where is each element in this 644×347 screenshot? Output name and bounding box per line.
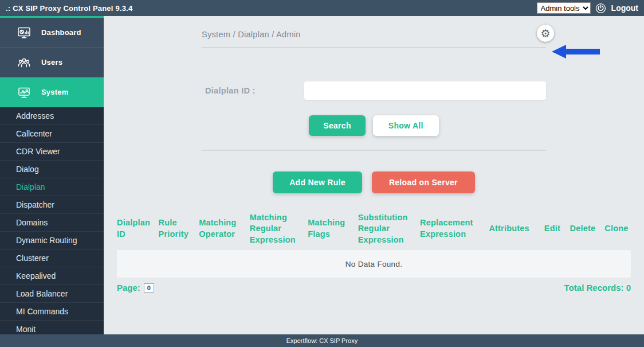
- sidebar-item-domains[interactable]: Domains: [0, 214, 104, 232]
- sidebar-item-load-balancer[interactable]: Load Balancer: [0, 285, 104, 303]
- add-new-rule-button[interactable]: Add New Rule: [273, 171, 362, 193]
- column-header-rule-priority: Rule Priority: [159, 217, 194, 240]
- page-number-button[interactable]: 0: [144, 283, 154, 293]
- gear-icon: ⚙: [540, 28, 550, 39]
- sidebar-item-dashboard[interactable]: Dashboard: [0, 18, 104, 48]
- sidebar-item-callcenter[interactable]: Callcenter: [0, 125, 104, 143]
- sidebar-item-addresses[interactable]: Addresses: [0, 107, 104, 125]
- top-bar: .: CX SIP Proxy Control Panel 9.3.4 Admi…: [0, 0, 644, 16]
- table-header-row: Dialplan ID Rule Priority Matching Opera…: [117, 211, 631, 247]
- sidebar-item-label: Callcenter: [16, 129, 52, 138]
- sidebar-item-label: Monit: [16, 325, 36, 334]
- logout-button[interactable]: Logout: [611, 3, 638, 13]
- column-header-matching-regular-expression: Matching Regular Expression: [250, 212, 303, 246]
- dialplan-id-label: Dialplan ID :: [202, 86, 304, 95]
- app-title: .: CX SIP Proxy Control Panel 9.3.4: [6, 4, 132, 13]
- sidebar-item-mi-commands[interactable]: MI Commands: [0, 303, 104, 321]
- no-data-message: No Data Found.: [345, 260, 403, 268]
- sidebar-item-label: Clusterer: [16, 254, 49, 263]
- sidebar-item-monit[interactable]: Monit: [0, 321, 104, 334]
- sidebar-item-dispatcher[interactable]: Dispatcher: [0, 196, 104, 214]
- footer-bar: Expertflow: CX SIP Proxy: [0, 334, 644, 347]
- dashboard-icon: [16, 25, 32, 40]
- sidebar-item-label: Dynamic Routing: [16, 236, 77, 245]
- sidebar-item-dynamic-routing[interactable]: Dynamic Routing: [0, 232, 104, 249]
- show-all-button[interactable]: Show All: [373, 115, 439, 136]
- column-header-dialplan-id: Dialplan ID: [117, 217, 154, 240]
- sidebar-item-label: MI Commands: [16, 307, 68, 316]
- breadcrumb-bar: System / Dialplan / Admin ⚙: [202, 16, 546, 48]
- sidebar-item-label: Users: [41, 58, 62, 67]
- footer-text: Expertflow: CX SIP Proxy: [286, 337, 358, 344]
- sidebar-item-cdr-viewer[interactable]: CDR Viewer: [0, 143, 104, 161]
- column-header-delete: Delete: [570, 223, 600, 235]
- column-header-substitution-regular-expression: Substitution Regular Expression: [358, 212, 415, 246]
- sidebar-item-label: Dashboard: [41, 28, 81, 37]
- search-button[interactable]: Search: [309, 115, 366, 136]
- page-label: Page:: [117, 283, 140, 293]
- users-icon: [16, 55, 32, 70]
- system-icon: [16, 85, 32, 100]
- sidebar-item-label: Domains: [16, 218, 48, 227]
- reload-on-server-button[interactable]: Reload on Server: [372, 171, 475, 193]
- sidebar-item-clusterer[interactable]: Clusterer: [0, 249, 104, 267]
- sidebar-item-label: Load Balancer: [16, 289, 68, 298]
- admin-tools-select[interactable]: Admin tools: [537, 2, 591, 14]
- pagination-bar: Page: 0 Total Records: 0: [117, 283, 631, 293]
- rules-table: Dialplan ID Rule Priority Matching Opera…: [117, 211, 631, 293]
- column-header-replacement-expression: Replacement Expression: [420, 217, 484, 240]
- sidebar-item-system[interactable]: System: [0, 77, 104, 107]
- dialplan-id-input[interactable]: [304, 81, 546, 100]
- empty-table-row: No Data Found.: [117, 250, 631, 278]
- topbar-right-group: Admin tools Logout: [537, 2, 638, 14]
- sidebar-item-label: Dialplan: [16, 182, 45, 192]
- column-header-matching-flags: Matching Flags: [308, 217, 353, 240]
- sidebar-item-label: Keepalived: [16, 271, 56, 280]
- annotation-arrow-icon: [552, 44, 601, 59]
- main-content: System / Dialplan / Admin ⚙ Dialplan ID …: [104, 16, 644, 334]
- power-icon[interactable]: [595, 2, 607, 14]
- column-header-clone: Clone: [604, 223, 631, 235]
- sidebar-item-label: Dialog: [16, 165, 39, 174]
- column-header-edit: Edit: [544, 223, 565, 235]
- sidebar-item-label: Addresses: [16, 111, 54, 120]
- settings-button[interactable]: ⚙: [537, 25, 554, 42]
- sidebar-item-label: System: [41, 88, 68, 96]
- sidebar-item-users[interactable]: Users: [0, 48, 104, 77]
- sidebar-item-keepalived[interactable]: Keepalived: [0, 267, 104, 285]
- column-header-matching-operator: Matching Operator: [199, 217, 245, 240]
- breadcrumb: System / Dialplan / Admin: [202, 30, 301, 39]
- column-header-attributes: Attributes: [489, 223, 539, 235]
- total-records: Total Records: 0: [564, 283, 631, 293]
- sidebar-item-dialog[interactable]: Dialog: [0, 161, 104, 178]
- rule-actions: Add New Rule Reload on Server: [104, 171, 644, 193]
- sidebar-item-label: Dispatcher: [16, 200, 54, 209]
- sidebar: Dashboard Users System: [0, 16, 104, 334]
- sidebar-item-dialplan[interactable]: Dialplan: [0, 178, 104, 196]
- section-divider: [202, 150, 546, 151]
- search-form: Dialplan ID : Search Show All: [202, 81, 546, 136]
- sidebar-item-label: CDR Viewer: [16, 147, 60, 156]
